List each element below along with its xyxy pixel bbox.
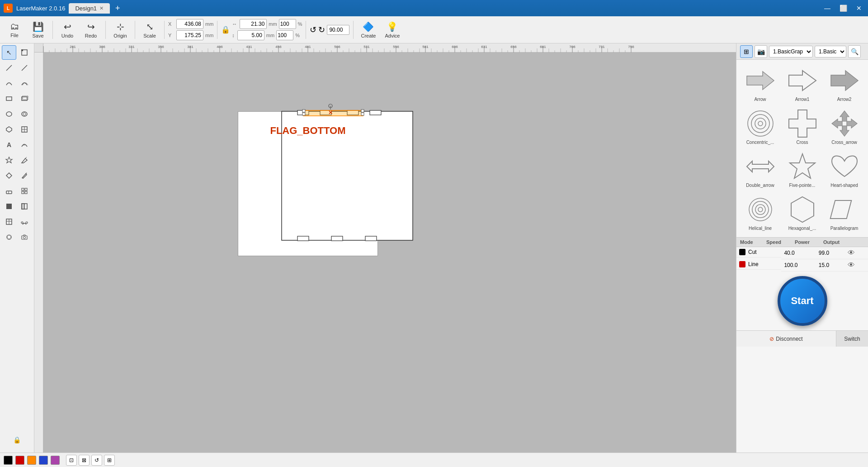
eraser-tool[interactable] <box>2 184 16 198</box>
shape-parallelogram[interactable]: Parallelogram <box>825 193 863 233</box>
angle-input[interactable] <box>327 25 349 35</box>
disconnect-button[interactable]: ⊘ Disconnect <box>736 331 836 347</box>
close-btn[interactable]: ✕ <box>854 4 864 13</box>
shape-lib-grid-btn[interactable]: ⊞ <box>740 45 753 58</box>
pattern-tool[interactable] <box>17 184 32 198</box>
color-red[interactable] <box>15 456 24 465</box>
node-edit-tool[interactable] <box>17 45 32 60</box>
svg-marker-186 <box>789 110 816 137</box>
save-btn[interactable]: 💾 Save <box>27 19 49 40</box>
svg-text:506: 506 <box>334 45 340 49</box>
color-purple[interactable] <box>51 456 60 465</box>
shape-arrow[interactable]: Arrow <box>741 64 779 104</box>
copy-line-tool[interactable] <box>17 61 32 75</box>
view-select-btn[interactable]: ⊠ <box>79 455 90 466</box>
shape-cross[interactable]: Cross <box>783 107 821 147</box>
view-grid-btn[interactable]: ⊞ <box>104 455 115 466</box>
layer-table: Cut 40.0 99.0 👁 Line 100.0 15.0 <box>736 247 868 272</box>
design-tab[interactable]: Design1 ✕ <box>69 3 110 14</box>
shape-cross-arrow[interactable]: Cross_arrow <box>825 107 863 147</box>
color-black[interactable] <box>4 456 13 465</box>
svg-marker-180 <box>831 71 858 91</box>
shape-grid: Arrow Arrow1 Arrow2 <box>736 60 868 237</box>
layer-row-cut[interactable]: Cut 40.0 99.0 👁 <box>736 247 868 259</box>
layer-output-line[interactable]: 👁 <box>845 259 868 272</box>
y-input[interactable] <box>176 30 203 40</box>
origin-btn[interactable]: ⊹ Origin <box>109 19 131 40</box>
height-input[interactable] <box>237 30 264 40</box>
edit-path-tool[interactable] <box>17 153 32 167</box>
shape-lib-dropdown2[interactable]: 1.Basic <box>815 46 846 57</box>
width-pct-input[interactable] <box>279 19 296 29</box>
switch-button[interactable]: Switch <box>836 331 868 347</box>
shape-hexagon[interactable]: Hexagonal_... <box>783 193 821 233</box>
view-refresh-btn[interactable]: ↺ <box>91 455 102 466</box>
shape-arrow1[interactable]: Arrow1 <box>783 64 821 104</box>
pencil-tool[interactable] <box>17 168 32 183</box>
fill-tool[interactable] <box>2 199 16 214</box>
lock-btn[interactable]: 🔒 <box>10 433 24 447</box>
layer-output-cut[interactable]: 👁 <box>845 247 868 259</box>
redo-btn[interactable]: ↪ Redo <box>80 19 102 40</box>
curve-tool[interactable] <box>2 76 16 91</box>
copy-rect-tool[interactable] <box>17 91 32 106</box>
color-orange[interactable] <box>27 456 36 465</box>
ruler-left <box>34 52 43 453</box>
svg-rect-26 <box>6 204 12 209</box>
polygon-tool[interactable] <box>2 122 16 137</box>
lock-area: 🔒 <box>2 429 32 451</box>
shape-lib-dropdown1[interactable]: 1.BasicGrap <box>769 46 813 57</box>
svg-point-176 <box>329 104 332 108</box>
height-pct-input[interactable] <box>276 30 293 40</box>
start-button[interactable]: Start <box>778 276 827 326</box>
width-input[interactable] <box>240 19 267 29</box>
color-blue[interactable] <box>39 456 48 465</box>
svg-marker-194 <box>830 200 851 219</box>
x-input[interactable] <box>176 19 203 29</box>
shape-five-star[interactable]: Five-pointe... <box>783 150 821 190</box>
shape-helical[interactable]: Helical_line <box>741 193 779 233</box>
canvas-container[interactable]: 2813063313563814064314564815065315565816… <box>34 43 736 453</box>
rect-tool[interactable] <box>2 91 16 106</box>
create-btn[interactable]: 🔷 Create <box>357 19 379 40</box>
cut-tool[interactable] <box>17 214 32 229</box>
shape-arrow2[interactable]: Arrow2 <box>825 64 863 104</box>
minimize-btn[interactable]: — <box>821 4 833 13</box>
shape-heart[interactable]: Heart-shaped <box>825 150 863 190</box>
line-tool[interactable] <box>2 61 16 75</box>
svg-text:356: 356 <box>158 45 164 49</box>
layer-tool[interactable] <box>17 199 32 214</box>
file-btn[interactable]: 🗂 File <box>4 19 25 40</box>
view-fit-btn[interactable]: ⊡ <box>66 455 77 466</box>
svg-rect-25 <box>25 191 27 194</box>
select-tool[interactable]: ↖ <box>2 45 16 60</box>
grid-tool[interactable] <box>17 122 32 137</box>
layer-row-line[interactable]: Line 100.0 15.0 👁 <box>736 259 868 272</box>
maximize-btn[interactable]: ⬜ <box>837 4 850 13</box>
star-tool[interactable] <box>2 153 16 167</box>
advice-btn[interactable]: 💡 Advice <box>381 19 403 40</box>
camera-tool[interactable] <box>17 230 32 244</box>
shape-double-arrow[interactable]: Double_arrow <box>741 150 779 190</box>
undo-btn[interactable]: ↩ Undo <box>57 19 78 40</box>
special-tool[interactable] <box>2 230 16 244</box>
copy-ellipse-tool[interactable] <box>17 107 32 121</box>
diamond-tool[interactable] <box>2 168 16 183</box>
svg-line-2 <box>6 65 12 71</box>
add-tab-btn[interactable]: + <box>115 4 120 13</box>
svg-marker-179 <box>789 71 816 91</box>
copy-curve-tool[interactable] <box>17 76 32 91</box>
ellipse-tool[interactable] <box>2 107 16 121</box>
shape-lib-search-btn[interactable]: 🔍 <box>848 45 861 58</box>
table-tool[interactable] <box>2 214 16 229</box>
shape-lib-camera-btn[interactable]: 📷 <box>755 45 767 58</box>
scale-btn[interactable]: ⤡ Scale <box>139 19 160 40</box>
app-icon: L <box>4 4 13 13</box>
sep7 <box>353 21 354 39</box>
canvas-work[interactable]: ✕ FLAG_BOTTOM <box>43 52 736 453</box>
shape-concentric[interactable]: Concentric_... <box>741 107 779 147</box>
text-tool[interactable]: A <box>2 138 16 152</box>
tab-close[interactable]: ✕ <box>99 5 104 11</box>
create-icon: 🔷 <box>363 21 374 32</box>
arc-text-tool[interactable]: A <box>17 138 32 152</box>
